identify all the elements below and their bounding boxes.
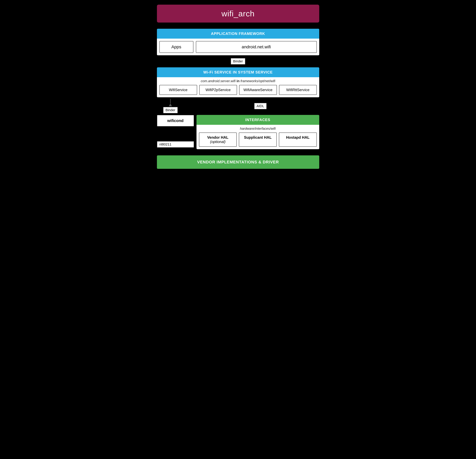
interfaces-header: INTERFACES	[196, 115, 319, 125]
interfaces-label: INTERFACES	[245, 118, 270, 122]
wifi-rtt-service-box: WifiRttService	[279, 85, 317, 95]
wificond-col: wificond nl80211	[157, 115, 194, 149]
page-container: wifi_arch APPLICATION FRAMEWORK Apps and…	[157, 5, 319, 169]
wifi-aware-service-box: WifiAwareService	[239, 85, 277, 95]
arrow-up-icon	[169, 104, 172, 106]
binder1-label: Binder	[231, 58, 246, 65]
nl80211-label: nl80211	[157, 141, 194, 148]
app-framework-body: Apps android.net.wifi	[157, 39, 319, 55]
binder2-container: Binder	[160, 99, 178, 113]
wifi-service-path: com.android.server.wifi in frameworks/op…	[159, 79, 317, 83]
android-net-wifi-box: android.net.wifi	[196, 41, 317, 53]
vendor-label: VENDOR IMPLEMENTATIONS & DRIVER	[197, 160, 279, 164]
nl80211-container: nl80211	[157, 126, 194, 149]
aidl-label: AIDL	[254, 103, 267, 109]
wificond-box: wificond	[157, 115, 194, 126]
app-framework-label: APPLICATION FRAMEWORK	[211, 32, 265, 36]
vendor-hal-label: Vendor HAL (optional)	[207, 135, 228, 144]
supplicant-hal-box: Supplicant HAL	[239, 132, 277, 147]
hal-row: Vendor HAL (optional) Supplicant HAL Hos…	[199, 132, 317, 147]
path-prefix: com.android.server.wifi	[201, 79, 235, 83]
services-row: WifiService WifiP2pService WifiAwareServ…	[159, 85, 317, 95]
app-framework-section: APPLICATION FRAMEWORK Apps android.net.w…	[157, 29, 319, 55]
vendor-section: VENDOR IMPLEMENTATIONS & DRIVER	[157, 155, 319, 169]
path-suffix: frameworks/opt/net/wifi	[241, 79, 275, 83]
interfaces-body: hardware/interfaces/wifi Vendor HAL (opt…	[196, 125, 319, 149]
wifi-service-body: com.android.server.wifi in frameworks/op…	[157, 77, 319, 97]
arrow-line-up	[170, 99, 170, 104]
page-title: wifi_arch	[163, 9, 313, 18]
title-bar: wifi_arch	[157, 5, 319, 23]
apps-box: Apps	[159, 41, 193, 53]
hw-path: hardware/interfaces/wifi	[199, 127, 317, 131]
middle-row: wificond nl80211 INTERFACES hardware/int…	[157, 115, 319, 149]
wifi-service-header: Wi-Fi SERVICE IN SYSTEM SERVICE	[157, 67, 319, 77]
connector-row: Binder AIDL	[157, 97, 319, 115]
binder1-row: Binder	[157, 55, 319, 67]
wifi-service-section: Wi-Fi SERVICE IN SYSTEM SERVICE com.andr…	[157, 67, 319, 97]
vendor-hal-box: Vendor HAL (optional)	[199, 132, 237, 147]
binder2-label: Binder	[163, 107, 178, 113]
optional-label: (optional)	[210, 139, 226, 144]
interfaces-section: INTERFACES hardware/interfaces/wifi Vend…	[196, 115, 319, 149]
app-framework-header: APPLICATION FRAMEWORK	[157, 29, 319, 39]
path-in: in	[237, 79, 241, 83]
wifi-service-label: Wi-Fi SERVICE IN SYSTEM SERVICE	[203, 70, 273, 74]
wifi-p2p-service-box: WifiP2pService	[199, 85, 237, 95]
hostapd-hal-box: Hostapd HAL	[279, 132, 317, 147]
wifi-service-box: WifiService	[159, 85, 197, 95]
aidl-container: AIDL	[254, 103, 316, 109]
